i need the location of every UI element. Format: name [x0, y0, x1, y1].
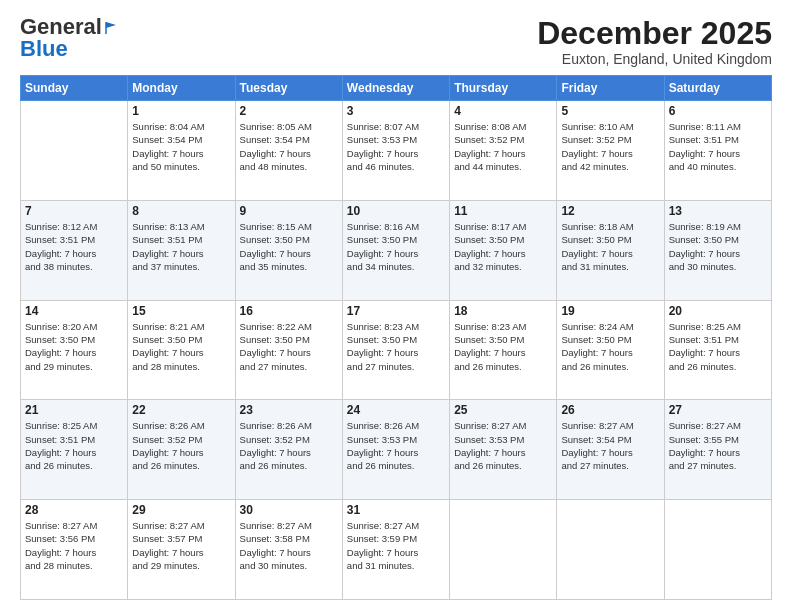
calendar-week-row: 28Sunrise: 8:27 AM Sunset: 3:56 PM Dayli… [21, 500, 772, 600]
day-info: Sunrise: 8:19 AM Sunset: 3:50 PM Dayligh… [669, 220, 767, 273]
day-info: Sunrise: 8:07 AM Sunset: 3:53 PM Dayligh… [347, 120, 445, 173]
calendar-cell: 24Sunrise: 8:26 AM Sunset: 3:53 PM Dayli… [342, 400, 449, 500]
day-info: Sunrise: 8:26 AM Sunset: 3:52 PM Dayligh… [240, 419, 338, 472]
calendar-cell: 7Sunrise: 8:12 AM Sunset: 3:51 PM Daylig… [21, 200, 128, 300]
calendar-cell [664, 500, 771, 600]
calendar-cell: 23Sunrise: 8:26 AM Sunset: 3:52 PM Dayli… [235, 400, 342, 500]
day-info: Sunrise: 8:13 AM Sunset: 3:51 PM Dayligh… [132, 220, 230, 273]
day-number: 1 [132, 104, 230, 118]
calendar-cell [450, 500, 557, 600]
day-number: 25 [454, 403, 552, 417]
day-number: 6 [669, 104, 767, 118]
day-info: Sunrise: 8:27 AM Sunset: 3:56 PM Dayligh… [25, 519, 123, 572]
day-info: Sunrise: 8:16 AM Sunset: 3:50 PM Dayligh… [347, 220, 445, 273]
calendar-cell: 21Sunrise: 8:25 AM Sunset: 3:51 PM Dayli… [21, 400, 128, 500]
calendar-cell: 11Sunrise: 8:17 AM Sunset: 3:50 PM Dayli… [450, 200, 557, 300]
calendar-dow-thursday: Thursday [450, 76, 557, 101]
title-block: December 2025 Euxton, England, United Ki… [537, 16, 772, 67]
calendar-cell: 31Sunrise: 8:27 AM Sunset: 3:59 PM Dayli… [342, 500, 449, 600]
day-info: Sunrise: 8:23 AM Sunset: 3:50 PM Dayligh… [347, 320, 445, 373]
calendar-dow-friday: Friday [557, 76, 664, 101]
day-number: 2 [240, 104, 338, 118]
calendar-cell: 6Sunrise: 8:11 AM Sunset: 3:51 PM Daylig… [664, 101, 771, 201]
calendar-dow-monday: Monday [128, 76, 235, 101]
calendar-cell: 1Sunrise: 8:04 AM Sunset: 3:54 PM Daylig… [128, 101, 235, 201]
day-info: Sunrise: 8:17 AM Sunset: 3:50 PM Dayligh… [454, 220, 552, 273]
calendar-cell: 25Sunrise: 8:27 AM Sunset: 3:53 PM Dayli… [450, 400, 557, 500]
day-number: 14 [25, 304, 123, 318]
day-number: 21 [25, 403, 123, 417]
day-number: 17 [347, 304, 445, 318]
day-number: 7 [25, 204, 123, 218]
day-number: 10 [347, 204, 445, 218]
day-number: 27 [669, 403, 767, 417]
day-number: 24 [347, 403, 445, 417]
calendar-cell: 19Sunrise: 8:24 AM Sunset: 3:50 PM Dayli… [557, 300, 664, 400]
day-info: Sunrise: 8:10 AM Sunset: 3:52 PM Dayligh… [561, 120, 659, 173]
calendar-dow-tuesday: Tuesday [235, 76, 342, 101]
day-info: Sunrise: 8:18 AM Sunset: 3:50 PM Dayligh… [561, 220, 659, 273]
day-info: Sunrise: 8:21 AM Sunset: 3:50 PM Dayligh… [132, 320, 230, 373]
calendar-week-row: 1Sunrise: 8:04 AM Sunset: 3:54 PM Daylig… [21, 101, 772, 201]
day-info: Sunrise: 8:20 AM Sunset: 3:50 PM Dayligh… [25, 320, 123, 373]
day-info: Sunrise: 8:24 AM Sunset: 3:50 PM Dayligh… [561, 320, 659, 373]
logo-general: General [20, 16, 102, 38]
day-info: Sunrise: 8:22 AM Sunset: 3:50 PM Dayligh… [240, 320, 338, 373]
day-number: 5 [561, 104, 659, 118]
day-number: 22 [132, 403, 230, 417]
day-number: 26 [561, 403, 659, 417]
day-info: Sunrise: 8:27 AM Sunset: 3:54 PM Dayligh… [561, 419, 659, 472]
calendar-cell [557, 500, 664, 600]
day-info: Sunrise: 8:25 AM Sunset: 3:51 PM Dayligh… [25, 419, 123, 472]
header: General Blue December 2025 Euxton, Engla… [20, 16, 772, 67]
day-number: 20 [669, 304, 767, 318]
calendar-cell: 8Sunrise: 8:13 AM Sunset: 3:51 PM Daylig… [128, 200, 235, 300]
calendar-cell: 30Sunrise: 8:27 AM Sunset: 3:58 PM Dayli… [235, 500, 342, 600]
calendar-cell: 13Sunrise: 8:19 AM Sunset: 3:50 PM Dayli… [664, 200, 771, 300]
calendar-cell: 16Sunrise: 8:22 AM Sunset: 3:50 PM Dayli… [235, 300, 342, 400]
svg-marker-0 [106, 22, 116, 28]
calendar-header-row: SundayMondayTuesdayWednesdayThursdayFrid… [21, 76, 772, 101]
day-info: Sunrise: 8:23 AM Sunset: 3:50 PM Dayligh… [454, 320, 552, 373]
calendar-cell: 15Sunrise: 8:21 AM Sunset: 3:50 PM Dayli… [128, 300, 235, 400]
calendar-dow-sunday: Sunday [21, 76, 128, 101]
day-info: Sunrise: 8:27 AM Sunset: 3:53 PM Dayligh… [454, 419, 552, 472]
calendar-cell: 22Sunrise: 8:26 AM Sunset: 3:52 PM Dayli… [128, 400, 235, 500]
month-title: December 2025 [537, 16, 772, 51]
day-number: 16 [240, 304, 338, 318]
calendar-cell: 12Sunrise: 8:18 AM Sunset: 3:50 PM Dayli… [557, 200, 664, 300]
calendar-cell: 27Sunrise: 8:27 AM Sunset: 3:55 PM Dayli… [664, 400, 771, 500]
day-number: 4 [454, 104, 552, 118]
calendar-table: SundayMondayTuesdayWednesdayThursdayFrid… [20, 75, 772, 600]
logo-flag-icon [104, 20, 118, 34]
calendar-cell: 9Sunrise: 8:15 AM Sunset: 3:50 PM Daylig… [235, 200, 342, 300]
calendar-cell: 26Sunrise: 8:27 AM Sunset: 3:54 PM Dayli… [557, 400, 664, 500]
calendar-cell: 2Sunrise: 8:05 AM Sunset: 3:54 PM Daylig… [235, 101, 342, 201]
calendar-cell: 4Sunrise: 8:08 AM Sunset: 3:52 PM Daylig… [450, 101, 557, 201]
day-number: 13 [669, 204, 767, 218]
calendar-dow-wednesday: Wednesday [342, 76, 449, 101]
day-number: 23 [240, 403, 338, 417]
day-number: 9 [240, 204, 338, 218]
day-info: Sunrise: 8:08 AM Sunset: 3:52 PM Dayligh… [454, 120, 552, 173]
day-info: Sunrise: 8:05 AM Sunset: 3:54 PM Dayligh… [240, 120, 338, 173]
day-number: 3 [347, 104, 445, 118]
calendar-cell: 14Sunrise: 8:20 AM Sunset: 3:50 PM Dayli… [21, 300, 128, 400]
logo-blue: Blue [20, 38, 68, 60]
day-number: 15 [132, 304, 230, 318]
day-number: 28 [25, 503, 123, 517]
calendar-cell: 29Sunrise: 8:27 AM Sunset: 3:57 PM Dayli… [128, 500, 235, 600]
calendar-cell [21, 101, 128, 201]
calendar-cell: 5Sunrise: 8:10 AM Sunset: 3:52 PM Daylig… [557, 101, 664, 201]
day-info: Sunrise: 8:04 AM Sunset: 3:54 PM Dayligh… [132, 120, 230, 173]
calendar-cell: 20Sunrise: 8:25 AM Sunset: 3:51 PM Dayli… [664, 300, 771, 400]
day-number: 8 [132, 204, 230, 218]
calendar-cell: 28Sunrise: 8:27 AM Sunset: 3:56 PM Dayli… [21, 500, 128, 600]
calendar-dow-saturday: Saturday [664, 76, 771, 101]
day-info: Sunrise: 8:15 AM Sunset: 3:50 PM Dayligh… [240, 220, 338, 273]
day-info: Sunrise: 8:25 AM Sunset: 3:51 PM Dayligh… [669, 320, 767, 373]
calendar-week-row: 21Sunrise: 8:25 AM Sunset: 3:51 PM Dayli… [21, 400, 772, 500]
page: General Blue December 2025 Euxton, Engla… [0, 0, 792, 612]
day-info: Sunrise: 8:12 AM Sunset: 3:51 PM Dayligh… [25, 220, 123, 273]
day-number: 30 [240, 503, 338, 517]
